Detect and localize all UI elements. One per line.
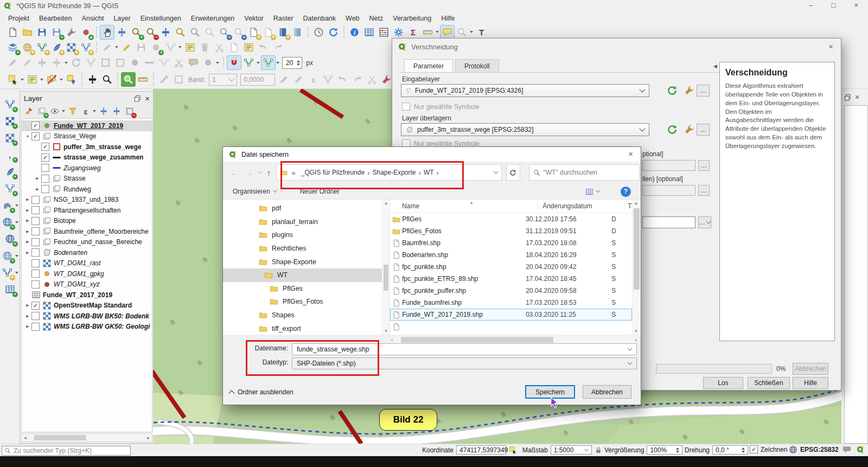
layer-item-wt-dgm1-gpkg[interactable]: WT_DGM1_gpkg — [22, 268, 152, 279]
layer-visibility-checkbox[interactable] — [31, 323, 40, 331]
coordinate-input[interactable]: 474117,5397349 — [456, 445, 506, 455]
layer-visibility-checkbox[interactable] — [31, 238, 40, 246]
select-features-dropdown-icon[interactable] — [21, 79, 24, 82]
expander-icon[interactable]: ▼ — [24, 135, 31, 138]
tree-folder-pdf[interactable]: pdf — [223, 202, 382, 215]
expander-icon[interactable]: ▶ — [24, 219, 31, 223]
copy-move-feature-dropdown-icon[interactable] — [65, 62, 68, 66]
zoom-to-layer-icon[interactable] — [188, 25, 202, 40]
search-input[interactable]: "WT" durchsuchen — [529, 164, 640, 181]
close-panel-icon[interactable]: × — [855, 93, 859, 101]
refresh-map-icon[interactable] — [326, 25, 341, 40]
add-postgis-layer-dropdown-icon[interactable] — [15, 204, 18, 208]
data-source-manager-icon[interactable]: + — [5, 40, 20, 55]
show-bookmarks-icon[interactable] — [290, 25, 305, 40]
menu-projekt[interactable]: Projekt — [3, 13, 34, 24]
browse-output-button[interactable]: … — [698, 216, 711, 228]
add-wcs-layer-icon[interactable]: + — [3, 232, 17, 246]
text-annotation-icon[interactable]: T — [474, 25, 489, 40]
filter-by-expression-icon[interactable]: ε — [79, 105, 92, 118]
zoom-out-icon[interactable]: − — [144, 25, 158, 40]
layer-visibility-checkbox[interactable] — [31, 196, 40, 204]
manage-map-themes-icon[interactable] — [48, 105, 61, 118]
project-properties-icon[interactable] — [64, 25, 79, 40]
browse-overlay-button[interactable]: … — [697, 124, 710, 136]
tree-folder-rechtliches[interactable]: Rechtliches — [223, 242, 382, 255]
layer-item-funde-wt-2017-2019[interactable]: ✓Funde_WT_2017_2019 — [22, 120, 152, 131]
layer-visibility-checkbox[interactable]: ✓ — [31, 121, 40, 130]
menu-vektor[interactable]: Vektor — [239, 13, 268, 24]
expander-icon[interactable]: ▶ — [24, 303, 31, 308]
view-options-button[interactable] — [585, 188, 600, 196]
statistical-summary-icon[interactable] — [376, 25, 391, 40]
locator-search-input[interactable]: Zu suchender Typ (Strg+K) — [2, 446, 131, 456]
new-folder-button[interactable]: Neuer Ordner — [300, 188, 340, 195]
layer-visibility-checkbox[interactable] — [31, 217, 40, 225]
scale-combo[interactable]: 1:5000 — [551, 445, 592, 455]
rotation-spin[interactable]: 0,0 ° — [712, 445, 748, 455]
column-date[interactable]: Änderungsdatum — [538, 202, 624, 210]
temporal-controller-icon[interactable] — [311, 25, 326, 40]
add-vector-layer-icon[interactable]: + — [3, 97, 17, 112]
file-list-header[interactable]: ▲ Name Änderungsdatum T — [390, 200, 631, 213]
add-spatialite-layer-icon[interactable]: + — [3, 164, 17, 179]
temporary-label-pin-icon[interactable] — [64, 72, 79, 87]
menu-erweiterungen[interactable]: Erweiterungen — [186, 13, 240, 24]
add-wms-layer-dropdown-icon[interactable] — [15, 221, 18, 225]
crs-value[interactable]: EPSG:25832 — [800, 446, 839, 453]
tree-folder-shapes[interactable]: Shapes — [223, 309, 382, 322]
expander-icon[interactable]: ▶ — [24, 240, 31, 244]
menu-einstellungen[interactable]: Einstellungen — [136, 13, 186, 24]
file-row-baumfrei-shp[interactable]: Baumfrei.shp17.03.2020 18:08S — [390, 237, 631, 249]
map-tips-icon[interactable] — [440, 25, 455, 40]
messages-icon[interactable] — [843, 445, 851, 454]
tree-scrollbar[interactable]: ▲ ▼ — [382, 200, 390, 335]
save-project-icon[interactable] — [35, 25, 49, 40]
new-virtual-layer-icon[interactable]: ✦ — [79, 40, 93, 55]
breadcrumb-overflow-icon[interactable]: « — [290, 169, 297, 177]
menu-bearbeiten[interactable]: Bearbeiten — [34, 13, 76, 24]
add-virtual-layer-icon[interactable]: + — [3, 181, 17, 196]
close-icon[interactable]: × — [628, 150, 633, 158]
select-features-icon[interactable] — [5, 72, 20, 87]
tab-protokoll[interactable]: Protokoll — [455, 59, 499, 73]
show-statistics-icon[interactable]: Σ — [406, 25, 420, 40]
pan-map-icon[interactable] — [100, 25, 114, 40]
filter-by-expression-dropdown-icon[interactable] — [93, 110, 96, 114]
measure-line-dropdown-icon[interactable] — [436, 31, 439, 35]
organize-button[interactable]: Organisieren — [233, 188, 277, 195]
layer-item-funde-wt-2017-2019[interactable]: Funde_WT_2017_2019 — [22, 290, 152, 300]
qgis-news-icon[interactable] — [856, 445, 865, 454]
add-delimited-text-layer-icon[interactable]: ,+ — [3, 148, 17, 162]
rotate-point-symbols-dropdown-icon[interactable] — [216, 62, 219, 66]
lock-scale-icon[interactable] — [595, 446, 602, 454]
checkbox[interactable] — [402, 103, 410, 111]
deselect-features-dropdown-icon[interactable] — [60, 79, 63, 82]
close-button[interactable]: × — [854, 1, 858, 9]
layer-item-wt-dgm1-rast[interactable]: WT_DGM1_rast — [22, 258, 152, 269]
file-row-funde-wt-2017-2019-shp[interactable]: Funde_WT_2017_2019.shp03.03.2020 11:25S — [390, 309, 631, 321]
collapse-all-icon[interactable] — [110, 105, 123, 118]
snapping-on-intersection-icon[interactable] — [261, 55, 276, 70]
add-postgis-layer-icon[interactable]: + — [0, 198, 15, 213]
expander-icon[interactable]: ▶ — [24, 197, 31, 202]
osm-place-search-icon[interactable] — [121, 72, 136, 87]
new-spatialite-layer-icon[interactable]: ✦ — [49, 40, 64, 55]
layer-visibility-checkbox[interactable] — [31, 270, 40, 278]
menu-hilfe[interactable]: Hilfe — [436, 13, 459, 24]
recent-locations-icon[interactable] — [258, 169, 262, 174]
address-dropdown-icon[interactable] — [493, 169, 498, 174]
menu-layer[interactable]: Layer — [108, 13, 135, 24]
breadcrumb-separator-icon[interactable]: › — [366, 169, 371, 177]
tree-folder-tiff-export[interactable]: tiff_export — [223, 322, 382, 335]
topological-editing-icon[interactable] — [241, 55, 256, 70]
new-project-icon[interactable] — [5, 25, 20, 40]
optional-field-input[interactable] — [642, 185, 695, 196]
breadcrumb[interactable]: « _QGIS für Pilzfreunde›Shape-Exporte›WT… — [276, 164, 502, 181]
measure-line-icon[interactable] — [420, 25, 435, 40]
layer-visibility-checkbox[interactable] — [31, 206, 40, 214]
browse-input-button[interactable]: … — [697, 85, 710, 97]
layer-visibility-checkbox[interactable]: ✓ — [41, 143, 49, 151]
file-row-fpc-punkte-puffer-shp[interactable]: fpc_punkte_puffer.shp20.04.2020 09:58S — [390, 285, 631, 297]
input-layer-combo[interactable]: Funde_WT_2017_2019 [EPSG:4326] — [401, 84, 649, 97]
